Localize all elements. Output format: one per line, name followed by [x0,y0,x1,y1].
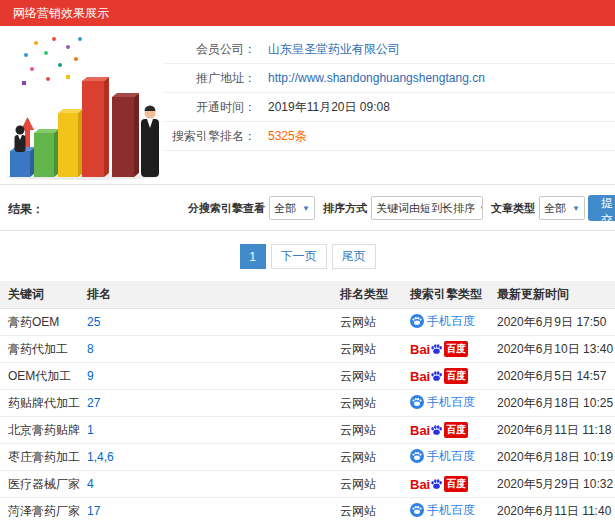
baidu-logo: Bai 百度 [410,341,468,357]
bar-chart-illustration [2,31,164,181]
baidu-logo: Bai 百度 [410,476,468,492]
mobile-baidu-logo: 手机百度 [410,394,475,411]
chevron-down-icon: ▼ [572,204,580,213]
table-row: 药贴牌代加工 27 云网站 手机百度 2020年6月18日 10:25 [0,390,615,417]
submit-button[interactable]: 提交 [588,195,615,221]
updated-cell: 2020年6月10日 13:40 [497,341,615,358]
keyword-cell: 菏泽膏药厂家 [0,503,87,520]
article-type-label: 文章类型 [491,201,535,216]
promo-url-label: 推广地址： [164,70,256,87]
baidu-paw-icon [430,477,443,491]
mobile-baidu-logo: 手机百度 [410,313,475,330]
sort-filter-label: 排序方式 [323,201,367,216]
rank-type-cell: 云网站 [340,395,410,412]
updated-cell: 2020年6月18日 10:25 [497,395,615,412]
header-keyword: 关键词 [0,286,87,303]
open-time-label: 开通时间： [164,99,256,116]
rank-link[interactable]: 1,4,6 [87,450,114,464]
baidu-logo-suffix: 百度 [444,476,468,492]
keyword-cell: OEM代加工 [0,368,87,385]
engine-select[interactable]: 全部 ▼ [269,196,315,220]
businessman-left [15,126,26,153]
keyword-cell: 膏药代加工 [0,341,87,358]
next-page-button[interactable]: 下一页 [271,244,327,269]
updated-cell: 2020年6月5日 14:57 [497,368,615,385]
article-type-select-value: 全部 [544,201,566,216]
rank-link[interactable]: 25 [87,315,100,329]
rank-type-cell: 云网站 [340,422,410,439]
info-row-rank-count: 搜索引擎排名： 5325条 [164,122,615,151]
header-updated: 最新更新时间 [497,286,615,303]
baidu-paw-icon [430,369,443,383]
page-number-current[interactable]: 1 [240,244,266,269]
sort-select[interactable]: 关键词由短到长排序 ▼ [371,196,483,220]
baidu-logo-prefix: Bai [410,369,430,384]
table-row: 膏药代加工 8 云网站 Bai 百度 2020年6月10日 13:40 [0,336,615,363]
table-header-row: 关键词 排名 排名类型 搜索引擎类型 最新更新时间 [0,281,615,309]
rank-type-cell: 云网站 [340,476,410,493]
page-title: 网络营销效果展示 [13,6,109,20]
chevron-down-icon: ▼ [302,204,310,213]
page-header: 网络营销效果展示 [0,0,615,26]
table-row: 枣庄膏药加工 1,4,6 云网站 手机百度 2020年6月18日 10:19 [0,444,615,471]
baidu-logo: Bai 百度 [410,422,468,438]
filter-group: 分搜索引擎查看 全部 ▼ 排序方式 关键词由短到长排序 ▼ 文章类型 全部 ▼ [188,196,593,220]
rank-link[interactable]: 8 [87,342,94,356]
article-type-select[interactable]: 全部 ▼ [539,196,585,220]
rank-type-cell: 云网站 [340,503,410,520]
promo-url-link[interactable]: http://www.shandonghuangshengtang.cn [256,71,485,85]
baidu-paw-icon [430,342,443,356]
mobile-baidu-logo: 手机百度 [410,502,475,519]
rank-table: 关键词 排名 排名类型 搜索引擎类型 最新更新时间 膏药OEM 25 云网站 手… [0,281,615,520]
engine-filter-label: 分搜索引擎查看 [188,201,265,216]
rank-count-value: 5325 [256,129,295,143]
businessman-right [141,106,159,178]
keyword-cell: 药贴牌代加工 [0,395,87,412]
mobile-baidu-label: 手机百度 [427,502,475,519]
filter-bar: 结果： 分搜索引擎查看 全部 ▼ 排序方式 关键词由短到长排序 ▼ 文章类型 全… [0,185,615,231]
chevron-down-icon: ▼ [479,204,483,213]
rank-link[interactable]: 1 [87,423,94,437]
pagination: 1 下一页 尾页 [0,231,615,281]
table-row: OEM代加工 9 云网站 Bai 百度 2020年6月5日 14:57 [0,363,615,390]
rank-count-label: 搜索引擎排名： [164,128,256,145]
mobile-baidu-paw-icon [410,449,424,463]
mobile-baidu-label: 手机百度 [427,394,475,411]
promo-chart-image [2,31,164,181]
mobile-baidu-logo: 手机百度 [410,448,475,465]
mobile-baidu-label: 手机百度 [427,448,475,465]
rank-count-unit: 条 [295,128,307,145]
rank-type-cell: 云网站 [340,368,410,385]
table-row: 膏药OEM 25 云网站 手机百度 2020年6月9日 17:50 [0,309,615,336]
rank-link[interactable]: 17 [87,504,100,518]
baidu-paw-icon [430,423,443,437]
info-section: 会员公司： 山东皇圣堂药业有限公司 推广地址： http://www.shand… [0,26,615,185]
keyword-cell: 膏药OEM [0,314,87,331]
table-row: 医疗器械厂家 4 云网站 Bai 百度 2020年5月29日 10:32 [0,471,615,498]
header-rank-type: 排名类型 [340,286,410,303]
keyword-cell: 医疗器械厂家 [0,476,87,493]
info-row-open-time: 开通时间： 2019年11月20日 09:08 [164,93,615,122]
baidu-logo-suffix: 百度 [444,368,468,384]
rank-type-cell: 云网站 [340,341,410,358]
header-engine-type: 搜索引擎类型 [410,286,497,303]
company-link[interactable]: 山东皇圣堂药业有限公司 [256,41,400,58]
last-page-button[interactable]: 尾页 [332,244,376,269]
updated-cell: 2020年6月18日 10:19 [497,449,615,466]
keyword-cell: 北京膏药贴牌 [0,422,87,439]
result-label: 结果： [8,201,44,218]
baidu-logo-suffix: 百度 [444,422,468,438]
baidu-logo-prefix: Bai [410,477,430,492]
mobile-baidu-label: 手机百度 [427,313,475,330]
rank-type-cell: 云网站 [340,314,410,331]
table-body: 膏药OEM 25 云网站 手机百度 2020年6月9日 17:50 膏药代加工 … [0,309,615,520]
mobile-baidu-paw-icon [410,314,424,328]
keyword-cell: 枣庄膏药加工 [0,449,87,466]
rank-link[interactable]: 9 [87,369,94,383]
table-row: 北京膏药贴牌 1 云网站 Bai 百度 2020年6月11日 11:18 [0,417,615,444]
header-rank: 排名 [87,286,340,303]
mobile-baidu-paw-icon [410,503,424,517]
rank-link[interactable]: 4 [87,477,94,491]
engine-select-value: 全部 [274,201,296,216]
rank-link[interactable]: 27 [87,396,100,410]
